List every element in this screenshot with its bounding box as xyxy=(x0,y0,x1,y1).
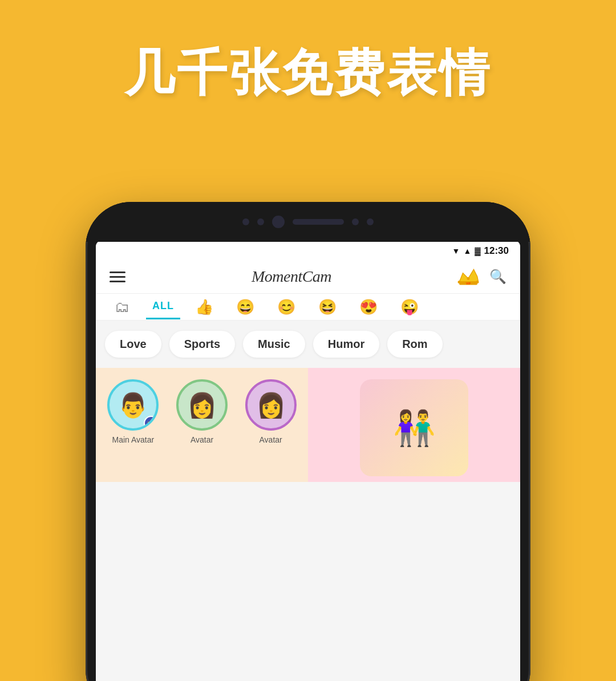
svg-point-3 xyxy=(476,281,479,283)
search-button[interactable]: 🔍 xyxy=(489,269,506,285)
camera-dot-right2 xyxy=(367,218,374,225)
tab-silly[interactable]: 😜 xyxy=(392,299,427,320)
phone-mockup: ▼ ▲ ▓ 12:30 MomentCam xyxy=(86,202,530,681)
speaker-bar xyxy=(293,219,344,225)
tab-all[interactable]: ALL xyxy=(146,300,180,319)
signal-icon: ▲ xyxy=(463,246,471,256)
hi-icon: 😄 xyxy=(236,299,254,314)
vip-button[interactable]: VIP xyxy=(457,267,479,286)
avatar-label-main: Main Avatar xyxy=(112,435,154,444)
category-love[interactable]: Love xyxy=(105,331,161,358)
avatar-item-main[interactable]: 👨 ⭐ Main Avatar xyxy=(107,379,159,444)
category-row: Love Sports Music Humor Rom xyxy=(96,321,520,368)
silly-icon: 😜 xyxy=(400,299,419,314)
thumbsup-icon: 👍 xyxy=(195,299,213,314)
camera-main xyxy=(272,216,285,228)
category-sports[interactable]: Sports xyxy=(169,331,235,358)
laugh-icon: 😆 xyxy=(318,299,337,314)
tab-bar: 🗂 ALL 👍 😄 😊 😆 xyxy=(96,294,520,321)
folder-icon: 🗂 xyxy=(115,299,129,314)
love-icon: 😍 xyxy=(359,299,378,314)
battery-icon: ▓ xyxy=(475,246,480,256)
svg-marker-0 xyxy=(459,269,479,282)
hamburger-menu[interactable] xyxy=(110,271,125,282)
couple-avatar-image: 👫 xyxy=(360,379,468,476)
status-bar: ▼ ▲ ▓ 12:30 xyxy=(96,241,520,260)
header-right: VIP 🔍 xyxy=(457,267,506,286)
phone-notch xyxy=(86,202,530,242)
svg-point-4 xyxy=(467,277,469,280)
avatar-item-2[interactable]: 👩 Avatar xyxy=(245,379,297,444)
camera-dot-left xyxy=(242,218,249,225)
tab-laugh[interactable]: 😆 xyxy=(310,299,345,320)
app-logo: MomentCam xyxy=(252,267,331,286)
app-header: MomentCam VIP 🔍 xyxy=(96,260,520,294)
svg-text:VIP: VIP xyxy=(466,282,471,285)
tab-all-label: ALL xyxy=(152,300,174,312)
camera-dot-left2 xyxy=(257,218,264,225)
category-music[interactable]: Music xyxy=(243,331,305,358)
tab-love[interactable]: 😍 xyxy=(351,299,386,320)
avatar-label-2: Avatar xyxy=(260,435,282,444)
tab-hi[interactable]: 😄 xyxy=(228,299,262,320)
avatar-section-right: 👫 xyxy=(308,368,520,482)
avatar-section-left: 👨 ⭐ Main Avatar 👩 Avatar xyxy=(96,368,308,482)
camera-dot-right xyxy=(352,218,359,225)
avatar-circle-2: 👩 xyxy=(245,379,297,431)
phone-screen: ▼ ▲ ▓ 12:30 MomentCam xyxy=(96,241,520,681)
status-time: 12:30 xyxy=(484,245,509,257)
avatar-item-1[interactable]: 👩 Avatar xyxy=(176,379,228,444)
svg-point-2 xyxy=(458,281,461,283)
avatar-label-1: Avatar xyxy=(191,435,213,444)
tab-thumbsup[interactable]: 👍 xyxy=(187,299,221,320)
category-humor[interactable]: Humor xyxy=(313,331,379,358)
hero-title: 几千张免费表情 xyxy=(0,0,616,101)
wifi-icon: ▼ xyxy=(452,246,460,256)
avatar-grid: 👨 ⭐ Main Avatar 👩 Avatar xyxy=(96,368,520,482)
category-romance[interactable]: Rom xyxy=(387,331,442,358)
tab-folder[interactable]: 🗂 xyxy=(105,299,139,320)
tab-smile[interactable]: 😊 xyxy=(269,299,303,320)
smile-icon: 😊 xyxy=(277,299,295,314)
main-avatar-badge: ⭐ xyxy=(144,416,159,431)
couple-avatar-item[interactable]: 👫 xyxy=(360,379,468,476)
avatar-circle-main: 👨 ⭐ xyxy=(107,379,159,431)
avatar-circle-1: 👩 xyxy=(176,379,228,431)
